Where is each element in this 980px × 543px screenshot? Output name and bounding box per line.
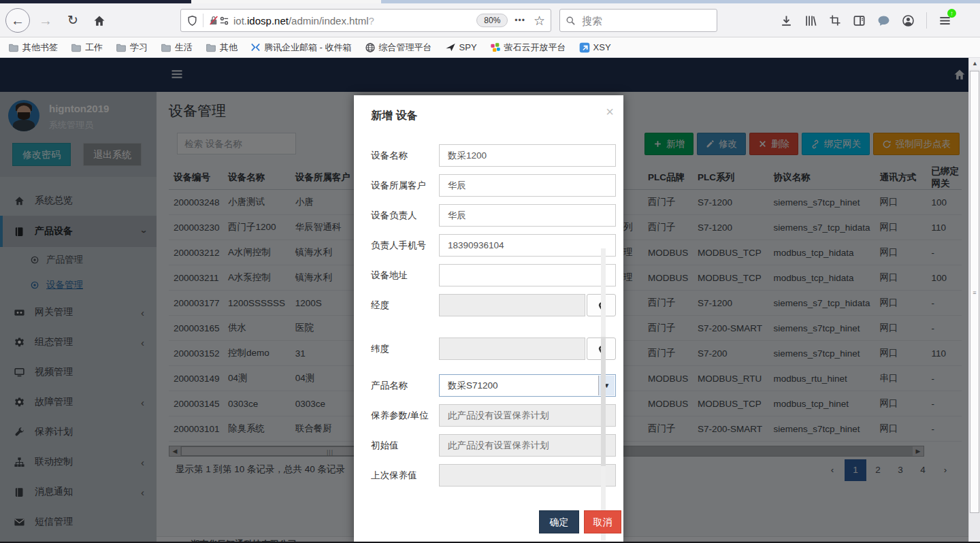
app-page: hignton2019 系统管理员 修改密码 退出系统 系统总览 产品设备‹ 产… [0, 58, 980, 543]
init-value-input [439, 434, 616, 457]
folder-icon [161, 42, 172, 53]
phone-input[interactable] [439, 234, 616, 257]
latitude-input [439, 338, 585, 360]
urlbar-divider [203, 14, 203, 27]
folder-icon [8, 42, 19, 53]
browser-home-button[interactable] [90, 11, 109, 30]
last-maint-label: 上次保养值 [371, 470, 417, 482]
screenshot-icon[interactable] [829, 14, 841, 27]
modal-scrollbar-thumb[interactable] [601, 337, 606, 466]
folder-icon [71, 42, 82, 53]
reload-button[interactable]: ↻ [64, 12, 82, 29]
search-icon [566, 16, 576, 26]
bookmark-folder-misc[interactable]: 其他 [206, 42, 238, 54]
sidebar-toggle-icon[interactable] [853, 14, 866, 27]
toolbar-divider [926, 12, 927, 29]
device-name-label: 设备名称 [371, 150, 408, 162]
owner-label: 设备负责人 [371, 210, 417, 222]
page-actions-icon[interactable]: ••• [514, 16, 525, 25]
product-select[interactable]: 数采S71200▼ [439, 374, 616, 397]
bookmark-xsy[interactable]: XSY [579, 42, 611, 53]
product-label: 产品名称 [371, 380, 408, 392]
cancel-button[interactable]: 取消 [584, 510, 621, 533]
folder-icon [116, 42, 127, 53]
maint-param-input [439, 404, 616, 427]
back-button[interactable]: ← [5, 8, 30, 33]
modal-title: 新增 设备 [371, 109, 417, 123]
modal-body: 设备名称 设备所属客户 设备负责人 负责人手机号 设备地址 经度 纬度 产品名称… [354, 144, 623, 494]
browser-scrollbar[interactable]: ▲ ≡ [968, 58, 980, 543]
bookmark-spy[interactable]: SPY [445, 42, 477, 53]
browser-toolbar: ← → ↻ iot.idosp.net/admin/index.html? 80… [0, 3, 980, 37]
scroll-up-arrow[interactable]: ▲ [969, 58, 980, 69]
bookmark-star-icon[interactable]: ☆ [534, 13, 545, 29]
insecure-lock-icon[interactable] [208, 15, 219, 26]
bookmark-folder-life[interactable]: 生活 [161, 42, 193, 54]
device-name-input[interactable] [439, 144, 616, 167]
toolbar-icons: ↑ [780, 9, 951, 32]
latitude-label: 纬度 [371, 343, 389, 355]
address-label: 设备地址 [371, 269, 408, 282]
tencent-mail-icon [250, 42, 261, 52]
add-device-modal: 新增 设备 × 设备名称 设备所属客户 设备负责人 负责人手机号 设备地址 经度… [354, 95, 623, 543]
forward-button[interactable]: → [37, 12, 54, 29]
messages-icon[interactable] [877, 14, 890, 27]
address-bar[interactable]: iot.idosp.net/admin/index.html? 80% ••• … [180, 9, 551, 32]
zoom-level-badge[interactable]: 80% [476, 14, 508, 27]
scroll-grip: ≡ [973, 289, 976, 296]
bookmark-tencent-mail[interactable]: 腾讯企业邮箱 - 收件箱 [250, 42, 352, 54]
globe-icon [365, 42, 376, 53]
app-menu-button[interactable]: ↑ [938, 14, 951, 27]
permissions-icon[interactable] [219, 16, 229, 26]
bookmark-mgmt-platform[interactable]: 综合管理平台 [365, 42, 432, 54]
bookmark-folder-study[interactable]: 学习 [116, 42, 148, 54]
bookmarks-bar: 其他书签 工作 学习 生活 其他 腾讯企业邮箱 - 收件箱 综合管理平台 SPY… [0, 37, 980, 58]
modal-footer: 确定 取消 [354, 509, 623, 543]
update-badge: ↑ [947, 9, 956, 18]
owner-input[interactable] [439, 204, 616, 227]
downloads-icon[interactable] [780, 14, 793, 27]
last-maint-input [439, 464, 616, 487]
plane-icon [445, 42, 456, 53]
customer-label: 设备所属客户 [371, 180, 426, 192]
longitude-input [439, 294, 585, 316]
address-input[interactable] [439, 264, 616, 286]
bookmark-folder-other[interactable]: 其他书签 [8, 42, 58, 54]
url-text[interactable]: iot.idosp.net/admin/index.html? [233, 15, 476, 27]
longitude-label: 经度 [371, 299, 389, 312]
phone-label: 负责人手机号 [371, 240, 426, 252]
ezviz-icon [490, 42, 501, 53]
folder-icon [206, 42, 216, 53]
browser-search-input[interactable] [581, 14, 696, 27]
account-icon[interactable] [902, 14, 915, 27]
bookmark-folder-work[interactable]: 工作 [71, 42, 103, 54]
screenshot-root: ← → ↻ iot.idosp.net/admin/index.html? 80… [0, 0, 980, 543]
browser-search-bar[interactable] [559, 9, 717, 32]
close-icon[interactable]: × [606, 105, 614, 118]
library-icon[interactable] [804, 14, 817, 27]
customer-input[interactable] [439, 174, 616, 197]
xsy-icon [579, 42, 590, 53]
modal-scrollbar-track[interactable] [601, 248, 606, 541]
init-value-label: 初始值 [371, 440, 399, 452]
bookmark-ezviz[interactable]: 萤石云开放平台 [490, 42, 566, 54]
confirm-button[interactable]: 确定 [539, 510, 579, 533]
maint-param-label: 保养参数/单位 [371, 410, 429, 422]
tracking-shield-icon[interactable] [186, 15, 198, 27]
